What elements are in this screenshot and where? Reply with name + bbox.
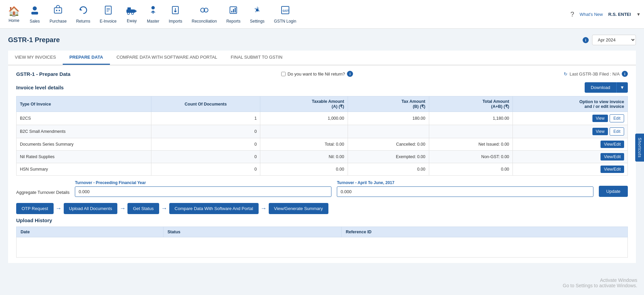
nav-home[interactable]: 🏠 Home bbox=[3, 3, 25, 26]
edit-button-b2cs[interactable]: Edit bbox=[610, 114, 624, 122]
view-button-b2cs[interactable]: View bbox=[592, 115, 608, 122]
invoice-type-docs: Documents Series Summary bbox=[17, 138, 151, 151]
help-icon[interactable]: ? bbox=[570, 10, 574, 18]
nav-gstn-login[interactable]: GST GSTN Login bbox=[269, 2, 301, 26]
nav-eway[interactable]: Eway bbox=[121, 3, 142, 26]
table-row: B2CS 1 1,000.00 180.00 1,180.00 View Edi… bbox=[17, 112, 628, 125]
tab-compare-data[interactable]: COMPARE DATA WITH SOFTWARE AND PORTAL bbox=[110, 51, 224, 65]
col-taxable-header: Taxable Amount(A) (₹) bbox=[260, 96, 348, 112]
nav-eway-label: Eway bbox=[127, 19, 137, 23]
invoice-action-nil: View/Edit bbox=[513, 151, 628, 163]
main-content: GSTR-1 Prepare i Apr 2024 Mar 2024 Feb 2… bbox=[0, 29, 644, 295]
april-june-turnover-input[interactable] bbox=[337, 186, 593, 197]
nav-einvoice[interactable]: E-Invoice bbox=[95, 2, 121, 26]
upload-history-section: Upload History Date Status Reference ID bbox=[16, 217, 628, 258]
col-total-header: Total Amount(A+B) (₹) bbox=[429, 96, 513, 112]
invoice-total-nil: Non-GST: 0.00 bbox=[429, 151, 513, 163]
prepare-data-section: GSTR-1 - Prepare Data Do you want to fil… bbox=[8, 65, 636, 263]
invoice-type-b2c-amend: B2C Small Amendments bbox=[17, 125, 151, 138]
invoice-level-header: Invoice level details Download ▼ bbox=[16, 82, 628, 93]
user-dropdown-arrow[interactable]: ▼ bbox=[636, 12, 641, 17]
period-select[interactable]: Apr 2024 Mar 2024 Feb 2024 bbox=[592, 35, 636, 45]
invoice-type-b2cs: B2CS bbox=[17, 112, 151, 125]
nav-reports[interactable]: Reports bbox=[222, 2, 245, 26]
upload-history-table: Date Status Reference ID bbox=[16, 227, 628, 258]
reconciliation-icon bbox=[199, 5, 209, 18]
prev-year-turnover-input[interactable] bbox=[75, 186, 331, 197]
svg-rect-1 bbox=[31, 12, 38, 14]
nav-reconciliation[interactable]: Reconciliation bbox=[187, 2, 222, 26]
svg-marker-19 bbox=[174, 11, 177, 12]
invoice-tax-b2cs: 180.00 bbox=[348, 112, 429, 125]
invoice-count-b2cs: 1 bbox=[151, 112, 260, 125]
nav-purchase[interactable]: Purchase bbox=[45, 2, 71, 26]
invoice-taxable-docs: Total: 0.00 bbox=[260, 138, 348, 151]
view-generate-summary-button[interactable]: View/Generate Summary bbox=[269, 203, 328, 214]
whats-new-link[interactable]: What's New bbox=[580, 12, 603, 17]
nav-imports-label: Imports bbox=[169, 19, 182, 24]
nav-imports[interactable]: Imports bbox=[164, 2, 187, 26]
invoice-total-b2c-amend bbox=[429, 125, 513, 138]
workflow-arrow-4: → bbox=[261, 205, 267, 212]
invoice-table: Type Of Invoice Count Of Documents Taxab… bbox=[16, 96, 628, 176]
invoice-taxable-nil: Nil: 0.00 bbox=[260, 151, 348, 163]
nil-return-info-icon[interactable]: i bbox=[347, 71, 353, 77]
purchase-icon bbox=[53, 5, 63, 18]
svg-point-3 bbox=[56, 10, 57, 11]
compare-data-button[interactable]: Compare Data With Software And Portal bbox=[169, 203, 259, 214]
nav-reports-label: Reports bbox=[226, 19, 240, 24]
invoice-taxable-b2cs: 1,000.00 bbox=[260, 112, 348, 125]
invoice-total-b2cs: 1,180.00 bbox=[429, 112, 513, 125]
invoice-total-docs: Net Issued: 0.00 bbox=[429, 138, 513, 151]
view-edit-button-docs[interactable]: View/Edit bbox=[601, 141, 624, 148]
svg-point-13 bbox=[131, 12, 134, 14]
top-navigation: 🏠 Home Sales Purchase Returns E-Invoice … bbox=[0, 0, 644, 29]
invoice-taxable-b2c-amend bbox=[260, 125, 348, 138]
invoice-taxable-hsn: 0.00 bbox=[260, 163, 348, 176]
invoice-action-b2cs: View Edit bbox=[513, 112, 628, 125]
nav-sales[interactable]: Sales bbox=[25, 2, 45, 26]
invoice-action-b2c-amend: View Edit bbox=[513, 125, 628, 138]
nav-settings[interactable]: Settings bbox=[245, 2, 269, 26]
download-dropdown-arrow[interactable]: ▼ bbox=[616, 82, 628, 93]
get-status-button[interactable]: Get Status bbox=[127, 203, 159, 214]
download-button[interactable]: Download bbox=[585, 82, 616, 93]
tab-final-submit[interactable]: FINAL SUBMIT TO GSTIN bbox=[224, 51, 289, 65]
workflow-arrow-3: → bbox=[161, 205, 167, 212]
shortcuts-sidebar[interactable]: Shortcuts bbox=[635, 134, 644, 162]
gstr3b-info-icon[interactable]: i bbox=[622, 71, 628, 77]
prepare-data-title: GSTR-1 - Prepare Data bbox=[16, 71, 70, 77]
prepare-data-header: GSTR-1 - Prepare Data Do you want to fil… bbox=[16, 71, 628, 77]
nil-return-checkbox[interactable] bbox=[281, 72, 286, 76]
svg-rect-24 bbox=[233, 9, 234, 12]
view-edit-button-hsn[interactable]: View/Edit bbox=[601, 166, 624, 173]
svg-point-12 bbox=[127, 12, 129, 14]
edit-button-b2c-amend[interactable]: Edit bbox=[610, 127, 624, 136]
history-col-status: Status bbox=[163, 227, 342, 237]
table-row: Documents Series Summary 0 Total: 0.00 C… bbox=[17, 138, 628, 151]
page-title: GSTR-1 Prepare bbox=[8, 36, 60, 44]
otp-request-button[interactable]: OTP Request bbox=[16, 203, 54, 214]
imports-icon bbox=[170, 5, 180, 18]
tab-prepare-data[interactable]: PREPARE DATA bbox=[63, 51, 110, 65]
col-action-header: Option to view invoiceand / or edit invo… bbox=[513, 96, 628, 112]
invoice-tax-nil: Exempted: 0.00 bbox=[348, 151, 429, 163]
master-icon bbox=[148, 5, 158, 18]
tabs-container: VIEW MY INVOICES PREPARE DATA COMPARE DA… bbox=[8, 51, 636, 65]
update-button[interactable]: Update bbox=[599, 186, 628, 197]
view-edit-button-nil[interactable]: View/Edit bbox=[601, 153, 624, 160]
refresh-icon[interactable]: ↻ bbox=[564, 71, 567, 77]
nav-master[interactable]: Master bbox=[142, 2, 164, 26]
invoice-type-nil: Nil Rated Supplies bbox=[17, 151, 151, 163]
gstr3b-info: ↻ Last GSTR-3B Filed : N/A i bbox=[564, 71, 628, 77]
einvoice-icon bbox=[103, 5, 113, 18]
eway-icon bbox=[126, 5, 138, 17]
upload-all-docs-button[interactable]: Upload All Documents bbox=[64, 203, 118, 214]
tab-view-invoices[interactable]: VIEW MY INVOICES bbox=[8, 51, 63, 65]
page-info-icon[interactable]: i bbox=[583, 37, 589, 43]
view-button-b2c-amend[interactable]: View bbox=[592, 128, 608, 135]
nav-home-label: Home bbox=[8, 18, 19, 23]
nav-returns[interactable]: Returns bbox=[71, 2, 95, 26]
nav-reconciliation-label: Reconciliation bbox=[192, 19, 217, 24]
history-empty-row bbox=[17, 237, 628, 258]
